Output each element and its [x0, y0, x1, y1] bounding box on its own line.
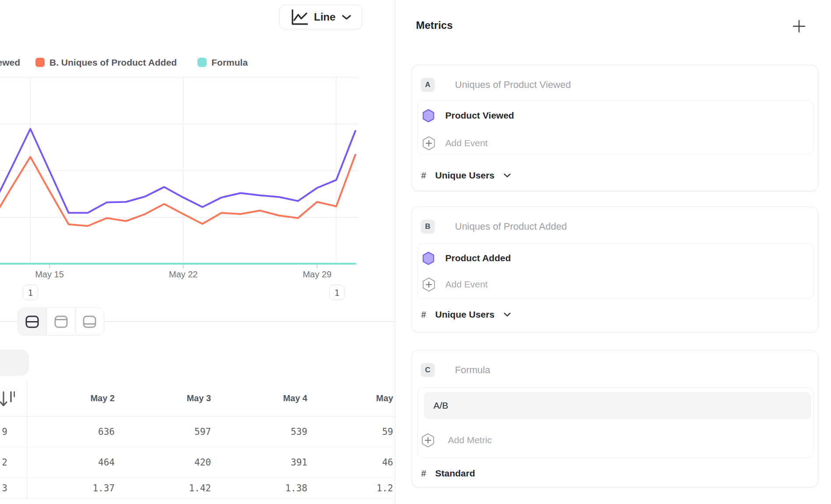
line-chart-plot-area[interactable] [0, 74, 358, 271]
cell-value: 464 [98, 457, 115, 468]
cell-value: 1.42 [189, 483, 211, 494]
row-label-value: .2 [0, 457, 7, 468]
metric-card-formula: C Formula A/B Add Metric # Standard [412, 350, 818, 487]
cell-value: 391 [291, 457, 307, 468]
mixpanel-insights-report: Line A. Uniques of Product Viewed B. Uni… [0, 0, 831, 504]
metric-badge-a: A [421, 78, 435, 92]
x-axis-label: May 22 [169, 270, 198, 280]
line-chart-icon [291, 9, 308, 25]
number-type-icon: # [421, 310, 426, 320]
legend-swatch-c[interactable] [197, 58, 207, 67]
metric-card-b: B Uniques of Product Added Product Added [412, 206, 818, 332]
x-axis-label: May 15 [35, 270, 64, 280]
row-label-value: .9 [0, 427, 7, 437]
metric-title-c: Formula [455, 364, 490, 377]
metric-badge-c: C [421, 363, 435, 377]
panel-top-icon [54, 315, 68, 329]
split-panel-icon [25, 315, 39, 329]
x-axis-label: May 29 [303, 270, 331, 280]
legend-label-c[interactable]: Formula [211, 57, 248, 68]
formula-input[interactable]: A/B [424, 392, 811, 419]
sort-descending-icon [0, 390, 15, 409]
add-metric-label: Add Metric [448, 435, 492, 445]
table-cell: 420 [123, 447, 220, 477]
cell-value: 59 [382, 427, 393, 437]
cell-value: 1.37 [92, 483, 115, 494]
plus-icon [792, 20, 806, 33]
legend-swatch-b[interactable] [35, 58, 45, 67]
series-line-b[interactable] [0, 155, 356, 226]
legend-label-b[interactable]: B. Uniques of Product Added [49, 57, 177, 68]
layout-toggle-top[interactable] [46, 308, 75, 335]
table-row: .246442039146 [0, 447, 395, 478]
legend-item-a-clipped[interactable]: A. Uniques of Product Viewed [0, 56, 21, 69]
cell-value: 1.2 [377, 483, 393, 494]
add-event-hexagon-plus-icon [423, 277, 435, 292]
table-cell: 636 [27, 416, 123, 447]
measurement-label: Unique Users [435, 170, 494, 181]
measurement-standard[interactable]: # Standard [412, 465, 818, 482]
column-header-label: May [376, 393, 393, 403]
table-row: .963659753959 [0, 416, 395, 447]
results-table: May 2May 3May 4May .963659753959.2464420… [0, 381, 395, 499]
table-cell: 391 [220, 447, 316, 477]
annotation-badge-left[interactable]: 1 [23, 285, 38, 300]
table-corner-pill[interactable] [0, 350, 29, 376]
metric-a-events-box: Product Viewed Add Event [417, 100, 813, 154]
event-hexagon-icon [423, 252, 434, 265]
add-metric-plus-button[interactable] [792, 20, 806, 33]
metric-title-b: Uniques of Product Added [455, 220, 567, 233]
row-label-cell-clipped: .9 [0, 416, 27, 447]
annotation-badge-right[interactable]: 1 [329, 285, 345, 300]
table-sort-cell[interactable] [0, 381, 27, 416]
table-cell: 59 [316, 416, 395, 447]
cell-value: 420 [194, 457, 211, 468]
chevron-down-icon [342, 14, 352, 20]
panel-bottom-icon [82, 315, 97, 329]
row-label-cell-clipped: .3 [0, 478, 27, 498]
layout-toggle-split[interactable] [18, 308, 46, 335]
layout-toggle-group [18, 308, 104, 336]
measurement-label: Unique Users [435, 309, 494, 320]
table-cell: 464 [27, 447, 123, 477]
measurement-dropdown-a[interactable]: # Unique Users [412, 167, 818, 184]
measurement-dropdown-b[interactable]: # Unique Users [412, 306, 818, 323]
metric-title-a: Uniques of Product Viewed [455, 78, 571, 91]
layout-toggle-bottom[interactable] [75, 308, 104, 335]
legend-label-a: A. Uniques of Product Viewed [0, 57, 20, 68]
event-name: Product Viewed [445, 110, 514, 121]
table-column-header[interactable]: May 3 [123, 381, 220, 416]
chart-type-button[interactable]: Line [279, 5, 362, 29]
metric-badge-b: B [421, 220, 435, 234]
metric-card-a: A Uniques of Product Viewed Product View… [412, 65, 818, 191]
table-column-header[interactable]: May 2 [27, 381, 123, 416]
metrics-panel-title: Metrics [416, 19, 453, 32]
table-row: .31.371.421.381.2 [0, 478, 395, 499]
table-cell: 1.2 [316, 478, 395, 498]
cell-value: 597 [194, 427, 211, 437]
table-cell: 1.37 [27, 478, 123, 498]
table-cell: 1.42 [123, 478, 220, 498]
table-column-header[interactable]: May 4 [220, 381, 316, 416]
metric-b-events-box: Product Added Add Event [417, 243, 813, 299]
chart-legend: A. Uniques of Product Viewed B. Uniques … [0, 56, 359, 69]
chart-section: Line A. Uniques of Product Viewed B. Uni… [0, 0, 395, 504]
event-row-product-added[interactable]: Product Added [418, 248, 813, 268]
chevron-down-icon [504, 173, 511, 178]
table-column-header[interactable]: May [316, 381, 395, 416]
column-header-label: May 2 [90, 393, 115, 403]
column-header-label: May 4 [283, 393, 307, 403]
add-event-row[interactable]: Add Event [418, 275, 813, 294]
event-row-product-viewed[interactable]: Product Viewed [418, 106, 813, 125]
cell-value: 1.38 [285, 483, 307, 494]
chart-canvas[interactable] [0, 74, 358, 271]
add-event-hexagon-plus-icon [423, 136, 435, 150]
add-event-row[interactable]: Add Event [418, 133, 813, 153]
cell-value: 46 [382, 457, 393, 468]
table-cell: 46 [316, 447, 395, 477]
event-name: Product Added [445, 253, 511, 263]
cell-value: 539 [291, 427, 307, 437]
table-cell: 1.38 [220, 478, 316, 498]
row-label-value: .3 [0, 483, 7, 494]
add-metric-row[interactable]: Add Metric [418, 430, 813, 450]
